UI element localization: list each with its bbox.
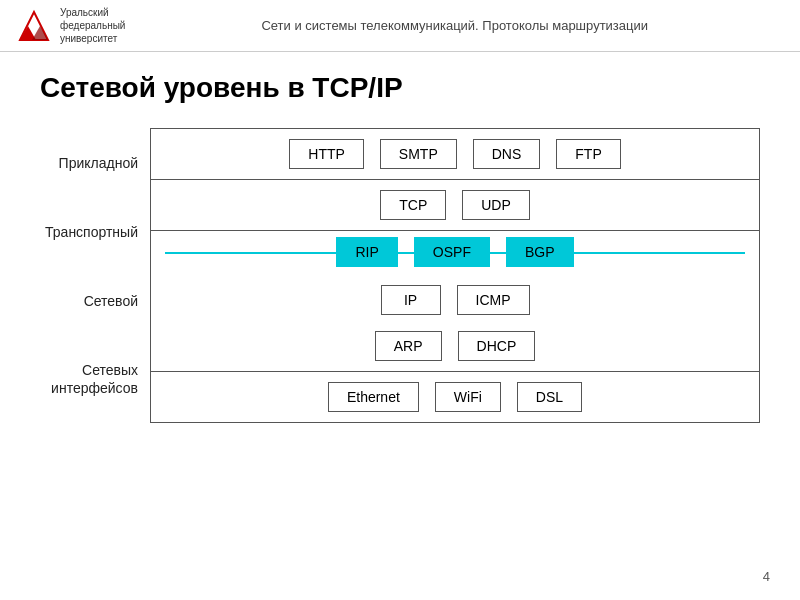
logo: Уральский федеральный университет — [16, 6, 125, 45]
page-number: 4 — [763, 569, 770, 584]
application-layer-row: HTTP SMTP DNS FTP — [151, 129, 759, 180]
proto-udp: UDP — [462, 190, 530, 220]
diagram: Прикладной Транспортный Сетевой Сетевых … — [40, 128, 760, 423]
header-title: Сети и системы телекоммуникаций. Протоко… — [125, 18, 784, 33]
network-section: RIP OSPF BGP IP ICMP ARP DHCP — [151, 231, 759, 372]
proto-http: HTTP — [289, 139, 364, 169]
proto-ftp: FTP — [556, 139, 620, 169]
label-application: Прикладной — [40, 154, 138, 172]
proto-ethernet: Ethernet — [328, 382, 419, 412]
header: Уральский федеральный университет Сети и… — [0, 0, 800, 52]
proto-rip: RIP — [336, 237, 397, 267]
logo-text: Уральский федеральный университет — [60, 6, 125, 45]
routing-row: RIP OSPF BGP — [151, 231, 759, 273]
proto-dns: DNS — [473, 139, 541, 169]
ip-row: IP ICMP — [151, 277, 759, 323]
proto-arp: ARP — [375, 331, 442, 361]
label-network: Сетевой — [40, 292, 138, 310]
proto-ospf: OSPF — [414, 237, 490, 267]
routing-row-inner: RIP OSPF BGP — [336, 237, 573, 267]
proto-bgp: BGP — [506, 237, 574, 267]
label-datalink: Сетевых интерфейсов — [40, 361, 138, 397]
datalink-layer-row: Ethernet WiFi DSL — [151, 372, 759, 422]
proto-smtp: SMTP — [380, 139, 457, 169]
proto-tcp: TCP — [380, 190, 446, 220]
page-title: Сетевой уровень в TCP/IP — [40, 72, 760, 104]
layer-labels: Прикладной Транспортный Сетевой Сетевых … — [40, 128, 150, 423]
diagram-box: HTTP SMTP DNS FTP TCP UDP RIP OSPF BGP — [150, 128, 760, 423]
main-content: Сетевой уровень в TCP/IP Прикладной Тран… — [0, 52, 800, 443]
proto-ip: IP — [381, 285, 441, 315]
proto-dhcp: DHCP — [458, 331, 536, 361]
arp-row: ARP DHCP — [151, 323, 759, 371]
proto-dsl: DSL — [517, 382, 582, 412]
label-transport: Транспортный — [40, 223, 138, 241]
transport-layer-row: TCP UDP — [151, 180, 759, 231]
proto-icmp: ICMP — [457, 285, 530, 315]
university-logo-icon — [16, 8, 52, 44]
proto-wifi: WiFi — [435, 382, 501, 412]
